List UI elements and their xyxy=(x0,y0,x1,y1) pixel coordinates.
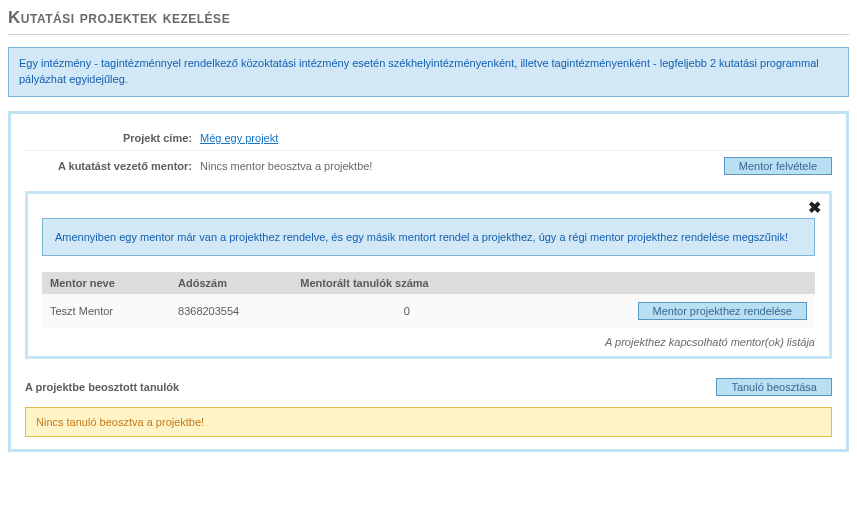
col-name: Mentor neve xyxy=(42,272,170,294)
mentor-value: Nincs mentor beosztva a projektbe! xyxy=(200,160,724,172)
add-mentor-button[interactable]: Mentor felvétele xyxy=(724,157,832,175)
add-student-button[interactable]: Tanuló beosztása xyxy=(716,378,832,396)
col-count: Mentorált tanulók száma xyxy=(292,272,521,294)
mentor-list-caption: A projekthez kapcsolható mentor(ok) list… xyxy=(42,336,815,348)
project-title-label: Projekt címe: xyxy=(25,132,200,144)
col-tax: Adószám xyxy=(170,272,292,294)
cell-name: Teszt Mentor xyxy=(42,294,170,328)
cell-action: Mentor projekthez rendelése xyxy=(521,294,815,328)
project-title-link[interactable]: Még egy projekt xyxy=(200,132,278,144)
table-header-row: Mentor neve Adószám Mentorált tanulók sz… xyxy=(42,272,815,294)
students-empty-warning: Nincs tanuló beosztva a projektbe! xyxy=(25,407,832,437)
project-title-value: Még egy projekt xyxy=(200,132,832,144)
mentor-info-banner: Amennyiben egy mentor már van a projekth… xyxy=(42,218,815,257)
page-title: Kutatási projektek kezelése xyxy=(8,8,849,35)
mentor-panel: ✖ Amennyiben egy mentor már van a projek… xyxy=(25,191,832,360)
assign-mentor-button[interactable]: Mentor projekthez rendelése xyxy=(638,302,807,320)
students-section-row: A projektbe beosztott tanulók Tanuló beo… xyxy=(25,375,832,399)
cell-count: 0 xyxy=(292,294,521,328)
cell-tax: 8368203554 xyxy=(170,294,292,328)
mentor-row: A kutatást vezető mentor: Nincs mentor b… xyxy=(25,151,832,181)
table-row: Teszt Mentor 8368203554 0 Mentor projekt… xyxy=(42,294,815,328)
mentor-table: Mentor neve Adószám Mentorált tanulók sz… xyxy=(42,272,815,328)
project-title-row: Projekt címe: Még egy projekt xyxy=(25,126,832,151)
mentor-label: A kutatást vezető mentor: xyxy=(25,160,200,172)
info-banner: Egy intézmény - tagintézménnyel rendelke… xyxy=(8,47,849,97)
main-panel: Projekt címe: Még egy projekt A kutatást… xyxy=(8,111,849,453)
close-icon[interactable]: ✖ xyxy=(808,200,821,216)
students-label: A projektbe beosztott tanulók xyxy=(25,381,179,393)
col-action xyxy=(521,272,815,294)
